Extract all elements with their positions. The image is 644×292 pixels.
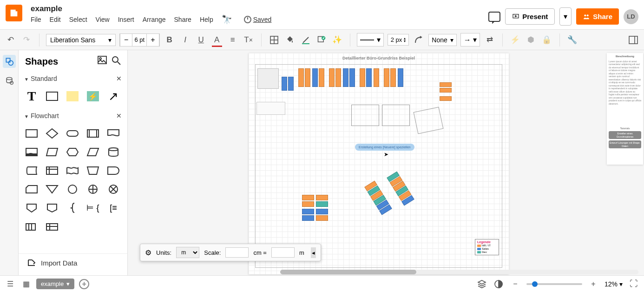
line-style-select[interactable]: ▾ <box>357 33 384 46</box>
units-select[interactable]: m <box>176 247 199 258</box>
shape-offpage-up[interactable] <box>23 200 40 215</box>
shape-table-small[interactable] <box>23 219 40 234</box>
magic-button[interactable]: ✨ <box>331 34 343 46</box>
saved-status[interactable]: Saved <box>244 16 272 23</box>
shape-stored-data[interactable] <box>23 163 40 178</box>
shape-or[interactable] <box>105 182 122 197</box>
text-color-button[interactable]: A <box>211 34 223 46</box>
menu-insert[interactable]: Insert <box>118 16 134 23</box>
search-shapes-icon[interactable] <box>112 56 121 67</box>
menu-share[interactable]: Share <box>174 16 191 23</box>
scale-input-1[interactable] <box>225 247 249 258</box>
shape-display[interactable] <box>23 145 40 159</box>
find-icon[interactable]: 🔭 <box>222 14 232 25</box>
redo-button[interactable]: ↷ <box>20 34 33 46</box>
font-size-decrease[interactable]: − <box>120 34 132 46</box>
image-icon[interactable] <box>98 56 107 67</box>
bold-button[interactable]: B <box>164 34 176 46</box>
user-avatar[interactable]: LD <box>624 9 638 24</box>
menu-arrange[interactable]: Arrange <box>143 16 166 23</box>
font-size-increase[interactable]: + <box>146 34 159 46</box>
shape-process[interactable] <box>23 126 40 141</box>
list-view-icon[interactable]: ☰ <box>5 279 16 290</box>
document-title[interactable]: example <box>31 5 488 13</box>
shape-internal[interactable] <box>44 163 60 178</box>
menu-view[interactable]: View <box>96 16 110 23</box>
horizontal-scrollbar[interactable] <box>280 270 638 274</box>
fill-color-button[interactable] <box>284 34 296 46</box>
line-curve-button[interactable] <box>413 34 425 46</box>
canvas-area[interactable]: Detaillierter Büro-Grundriss Beispiel <box>128 50 644 275</box>
menu-select[interactable]: Select <box>69 16 87 23</box>
present-button[interactable]: Present <box>505 8 555 25</box>
add-page-button[interactable]: + <box>79 279 89 289</box>
rail-shapes[interactable] <box>3 55 16 68</box>
swap-endpoints-button[interactable]: ⇄ <box>484 34 496 46</box>
arrow-start-select[interactable]: None▾ <box>428 34 456 46</box>
shape-terminator[interactable] <box>64 126 81 141</box>
tutorial-button-1[interactable]: Erstellen eines Grundrissplanes <box>609 131 641 139</box>
gear-icon[interactable]: ⚙ <box>145 248 151 257</box>
lock-button[interactable]: 🔒 <box>541 34 553 46</box>
clear-format-button[interactable]: T× <box>243 34 255 46</box>
contrast-icon[interactable] <box>493 279 504 290</box>
shape-assign[interactable]: ⊨ { <box>85 200 101 215</box>
font-select[interactable]: Liberation Sans▾ <box>46 34 116 46</box>
menu-edit[interactable]: Edit <box>50 16 61 23</box>
shape-cylinder[interactable] <box>105 145 122 159</box>
category-flowchart[interactable]: ▼Flowchart ✕ <box>19 108 127 123</box>
shape-document[interactable] <box>105 126 122 141</box>
scale-input-2[interactable] <box>271 247 295 258</box>
undo-button[interactable]: ↶ <box>5 34 17 46</box>
arrow-end-select[interactable]: →▾ <box>460 33 480 46</box>
font-size-stepper[interactable]: − + <box>119 33 160 46</box>
shape-offpage-down[interactable] <box>44 200 60 215</box>
page-tab[interactable]: example▾ <box>36 279 74 289</box>
rail-data[interactable] <box>3 74 16 87</box>
shape-action[interactable]: ⚡ <box>85 89 101 104</box>
line-width-input[interactable]: 2 px▴▾ <box>388 34 409 46</box>
flash-button[interactable]: ⚡ <box>509 34 521 46</box>
canvas-page[interactable]: Detaillierter Büro-Grundriss Beispiel <box>249 53 509 274</box>
present-dropdown[interactable]: ▾ <box>559 7 572 26</box>
shape-note[interactable]: [≡ <box>105 200 122 215</box>
italic-button[interactable]: I <box>179 34 191 46</box>
scale-toolbar[interactable]: ⚙ Units: m Scale: cm = m ◂ <box>140 244 321 261</box>
import-data-button[interactable]: Import Data <box>19 253 127 272</box>
shape-hexagon[interactable] <box>64 145 81 159</box>
shape-merge[interactable] <box>44 182 60 197</box>
zoom-out-button[interactable]: − <box>510 279 521 290</box>
menu-file[interactable]: File <box>31 16 41 23</box>
zoom-in-button[interactable]: + <box>588 279 599 290</box>
home-button[interactable]: ⬢ <box>525 34 537 46</box>
collapse-scale-bar[interactable]: ◂ <box>311 247 316 258</box>
app-logo[interactable] <box>6 5 22 21</box>
shape-card2[interactable] <box>44 219 60 234</box>
fill-table-button[interactable] <box>268 34 280 46</box>
shape-card[interactable] <box>23 182 40 197</box>
share-button[interactable]: Share <box>576 8 619 25</box>
shape-summing[interactable] <box>85 182 101 197</box>
close-icon[interactable]: ✕ <box>116 112 122 119</box>
layers-icon[interactable] <box>476 279 487 290</box>
shape-sticky[interactable] <box>64 89 81 104</box>
category-standard[interactable]: ▼Standard ✕ <box>19 71 127 86</box>
tutorial-button-2[interactable]: Entwurf Lösungen mit Shape-Daten <box>609 140 641 148</box>
fullscreen-icon[interactable]: ⛶ <box>628 279 639 290</box>
shape-predefined[interactable] <box>85 126 101 141</box>
menu-help[interactable]: Help <box>200 16 213 23</box>
panel-toggle-button[interactable] <box>627 34 639 46</box>
shape-tape[interactable] <box>64 163 81 178</box>
shape-brace-left[interactable] <box>64 200 81 215</box>
shape-options-button[interactable] <box>315 34 328 46</box>
grid-view-icon[interactable]: ▦ <box>20 279 32 290</box>
shape-data-io[interactable] <box>44 145 60 159</box>
callout-bubble[interactable]: Erstellung eines [Neuere] speziellen <box>355 144 414 151</box>
zoom-slider[interactable] <box>526 283 582 285</box>
border-color-button[interactable] <box>300 34 312 46</box>
shape-parallelogram[interactable] <box>85 145 101 159</box>
wrench-button[interactable]: 🔧 <box>566 34 578 46</box>
shape-rect[interactable] <box>44 89 60 104</box>
font-size-input[interactable] <box>132 36 146 43</box>
close-icon[interactable]: ✕ <box>116 75 122 82</box>
